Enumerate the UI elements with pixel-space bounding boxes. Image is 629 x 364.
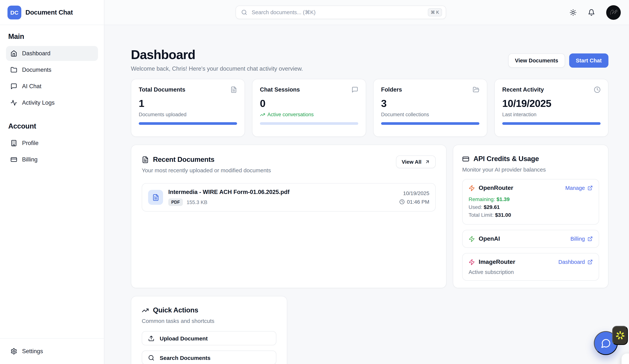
building-icon (10, 140, 17, 146)
document-time: 01:46 PM (407, 199, 429, 205)
topbar-actions (570, 5, 629, 20)
page-actions: View Documents Start Chat (508, 53, 609, 68)
nav-section-account-label: Account (8, 122, 98, 130)
page-subtitle: Welcome back, Chris! Here's your documen… (131, 65, 303, 72)
external-link-icon (588, 185, 593, 191)
sidebar-item-documents[interactable]: Documents (6, 62, 98, 77)
upload-icon (148, 335, 155, 341)
billing-link[interactable]: Billing (571, 236, 593, 242)
sidebar-item-label: Billing (22, 156, 38, 163)
api-credits-title: API Credits & Usage (473, 155, 539, 163)
global-search[interactable]: ⌘ K (236, 5, 446, 19)
quick-actions-title: Quick Actions (153, 306, 198, 314)
theme-toggle-sun-icon[interactable] (570, 9, 577, 16)
start-chat-button[interactable]: Start Chat (569, 53, 609, 68)
zap-icon (469, 236, 475, 242)
sidebar-item-label: Dashboard (22, 50, 50, 57)
sidebar: DC Document Chat Main Dashboard Document… (0, 0, 104, 364)
stat-caption: Last interaction (502, 112, 601, 117)
manage-link[interactable]: Manage (565, 185, 593, 191)
brand: DC Document Chat (0, 0, 104, 25)
sidebar-item-ai-chat[interactable]: AI Chat (6, 79, 98, 94)
page-title: Dashboard (131, 48, 303, 61)
stat-caption: Active conversations (260, 112, 358, 117)
brand-logo: DC (7, 5, 21, 19)
search-shortcut-badge: ⌘ K (428, 8, 442, 16)
stat-card-folders: Folders 3 Document collections (373, 79, 487, 137)
external-link-icon (588, 236, 593, 242)
brand-name: Document Chat (25, 8, 73, 16)
recent-documents-title-row: Recent Documents (142, 155, 271, 164)
file-text-icon (152, 194, 159, 201)
quick-actions-subtitle: Common tasks and shortcuts (142, 318, 276, 324)
stat-value: 1 (139, 98, 237, 110)
dashboard-content: Dashboard Welcome back, Chris! Here's yo… (104, 25, 629, 364)
search-icon (148, 355, 155, 361)
stat-caption: Document collections (381, 112, 479, 117)
chat-bubble-icon (351, 86, 358, 93)
view-documents-button[interactable]: View Documents (508, 53, 565, 68)
document-icon-box (148, 190, 163, 205)
document-size: 155.3 KB (187, 199, 207, 205)
app-window: DC Document Chat Main Dashboard Document… (0, 0, 629, 364)
provider-name: ImageRouter (479, 259, 515, 265)
search-input[interactable] (251, 9, 424, 16)
stats-row: Total Documents 1 Documents uploaded Cha… (131, 79, 609, 137)
api-credits-title-row: API Credits & Usage (462, 155, 599, 163)
folder-open-icon (473, 86, 479, 93)
spark-widget-button[interactable] (612, 326, 628, 345)
sidebar-item-activity-logs[interactable]: Activity Logs (6, 95, 98, 110)
provider-name: OpenAI (479, 236, 500, 242)
zap-icon (469, 185, 475, 191)
clock-icon (399, 199, 405, 204)
notifications-bell-icon[interactable] (588, 9, 595, 16)
arrow-up-right-icon (425, 159, 430, 164)
provider-card-imagerouter: ImageRouter Dashboard Active subscriptio… (462, 253, 599, 281)
provider-note: Active subscription (469, 269, 593, 275)
sidebar-item-dashboard[interactable]: Dashboard (6, 46, 98, 61)
recent-documents-card: Recent Documents Your most recently uplo… (131, 145, 447, 288)
search-documents-button[interactable]: Search Documents (142, 351, 276, 364)
user-avatar[interactable] (606, 5, 621, 20)
nav-section-main-label: Main (8, 32, 98, 41)
credit-card-icon (10, 156, 17, 163)
view-all-button[interactable]: View All (396, 155, 436, 168)
topbar: ⌘ K (104, 0, 629, 25)
progress-bar (502, 122, 601, 125)
stat-card-total-documents: Total Documents 1 Documents uploaded (131, 79, 245, 137)
stat-value: 10/19/2025 (502, 98, 601, 110)
sidebar-nav: Main Dashboard Documents AI Chat Activit… (0, 25, 104, 338)
stat-caption: Documents uploaded (139, 112, 237, 117)
progress-bar (139, 122, 237, 125)
main-area: ⌘ K Dashboard Welcome back, Chris! Here'… (104, 0, 629, 364)
file-text-icon (230, 86, 237, 93)
recent-documents-title: Recent Documents (153, 155, 214, 164)
sidebar-item-label: Settings (22, 348, 43, 355)
api-credits-subtitle: Monitor your AI provider balances (462, 166, 599, 173)
stat-title: Folders (381, 86, 402, 93)
document-date: 10/19/2025 (399, 190, 429, 196)
upload-document-button[interactable]: Upload Document (142, 331, 276, 345)
trending-up-icon (260, 112, 265, 117)
provider-balances: Remaining: $1.39 Used: $29.61 Total Limi… (469, 195, 593, 219)
sidebar-item-label: Documents (22, 67, 51, 73)
chat-bubble-icon (601, 338, 611, 348)
document-list-item[interactable]: Intermedia - WIRE ACH Form-01.06.2025.pd… (142, 183, 436, 212)
mid-row: Recent Documents Your most recently uplo… (131, 145, 609, 288)
provider-name: OpenRouter (479, 185, 513, 191)
sidebar-item-profile[interactable]: Profile (6, 136, 98, 151)
search-icon (241, 9, 247, 15)
sidebar-item-label: Activity Logs (22, 99, 55, 106)
stat-title: Recent Activity (502, 86, 544, 93)
sidebar-item-label: Profile (22, 140, 38, 146)
progress-bar (381, 122, 479, 125)
home-icon (10, 50, 17, 57)
dashboard-link[interactable]: Dashboard (558, 259, 593, 265)
sidebar-item-settings[interactable]: Settings (6, 344, 98, 359)
external-link-icon (588, 259, 593, 265)
file-text-icon (142, 156, 149, 163)
document-name: Intermedia - WIRE ACH Form-01.06.2025.pd… (168, 189, 394, 195)
api-credits-card: API Credits & Usage Monitor your AI prov… (453, 145, 609, 288)
sidebar-footer: Settings (0, 338, 104, 364)
sidebar-item-billing[interactable]: Billing (6, 152, 98, 167)
